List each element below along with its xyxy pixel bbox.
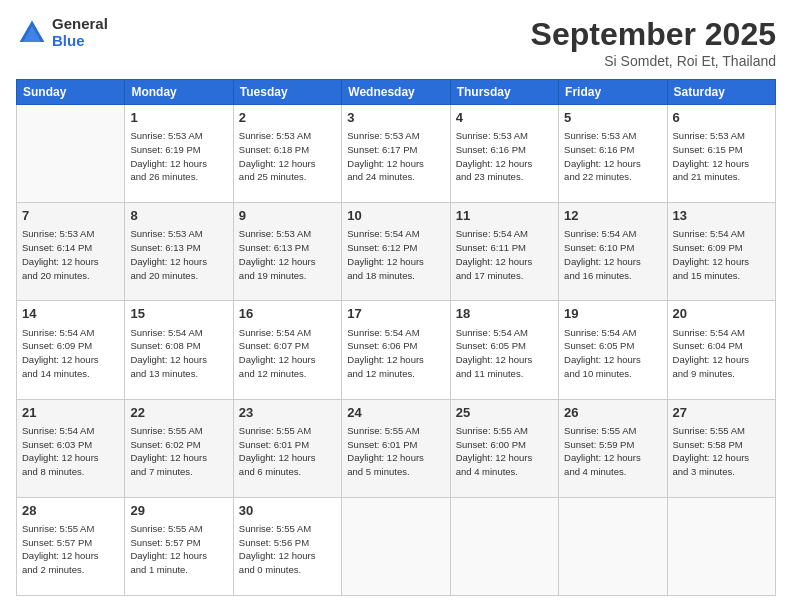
calendar-cell [342, 497, 450, 595]
logo-blue: Blue [52, 33, 108, 50]
day-number: 25 [456, 404, 553, 422]
day-info: Sunrise: 5:54 AM Sunset: 6:11 PM Dayligh… [456, 227, 553, 282]
logo: General Blue [16, 16, 108, 49]
calendar-cell: 4Sunrise: 5:53 AM Sunset: 6:16 PM Daylig… [450, 105, 558, 203]
day-number: 4 [456, 109, 553, 127]
day-number: 22 [130, 404, 227, 422]
day-info: Sunrise: 5:54 AM Sunset: 6:05 PM Dayligh… [456, 326, 553, 381]
calendar-cell: 3Sunrise: 5:53 AM Sunset: 6:17 PM Daylig… [342, 105, 450, 203]
col-header-saturday: Saturday [667, 80, 775, 105]
day-info: Sunrise: 5:53 AM Sunset: 6:19 PM Dayligh… [130, 129, 227, 184]
calendar-cell: 22Sunrise: 5:55 AM Sunset: 6:02 PM Dayli… [125, 399, 233, 497]
day-number: 29 [130, 502, 227, 520]
logo-icon [16, 17, 48, 49]
calendar-cell: 27Sunrise: 5:55 AM Sunset: 5:58 PM Dayli… [667, 399, 775, 497]
day-info: Sunrise: 5:54 AM Sunset: 6:06 PM Dayligh… [347, 326, 444, 381]
col-header-monday: Monday [125, 80, 233, 105]
day-info: Sunrise: 5:53 AM Sunset: 6:15 PM Dayligh… [673, 129, 770, 184]
day-info: Sunrise: 5:53 AM Sunset: 6:13 PM Dayligh… [130, 227, 227, 282]
day-number: 17 [347, 305, 444, 323]
day-number: 9 [239, 207, 336, 225]
calendar-cell: 28Sunrise: 5:55 AM Sunset: 5:57 PM Dayli… [17, 497, 125, 595]
calendar-cell [667, 497, 775, 595]
calendar-cell [559, 497, 667, 595]
calendar-cell: 11Sunrise: 5:54 AM Sunset: 6:11 PM Dayli… [450, 203, 558, 301]
day-info: Sunrise: 5:54 AM Sunset: 6:10 PM Dayligh… [564, 227, 661, 282]
day-number: 1 [130, 109, 227, 127]
day-info: Sunrise: 5:55 AM Sunset: 5:58 PM Dayligh… [673, 424, 770, 479]
day-number: 21 [22, 404, 119, 422]
calendar-cell: 18Sunrise: 5:54 AM Sunset: 6:05 PM Dayli… [450, 301, 558, 399]
day-number: 16 [239, 305, 336, 323]
col-header-wednesday: Wednesday [342, 80, 450, 105]
day-info: Sunrise: 5:53 AM Sunset: 6:17 PM Dayligh… [347, 129, 444, 184]
calendar-cell: 29Sunrise: 5:55 AM Sunset: 5:57 PM Dayli… [125, 497, 233, 595]
calendar-week-row: 28Sunrise: 5:55 AM Sunset: 5:57 PM Dayli… [17, 497, 776, 595]
day-info: Sunrise: 5:54 AM Sunset: 6:05 PM Dayligh… [564, 326, 661, 381]
calendar-cell: 16Sunrise: 5:54 AM Sunset: 6:07 PM Dayli… [233, 301, 341, 399]
calendar-week-row: 1Sunrise: 5:53 AM Sunset: 6:19 PM Daylig… [17, 105, 776, 203]
day-number: 10 [347, 207, 444, 225]
calendar-cell: 14Sunrise: 5:54 AM Sunset: 6:09 PM Dayli… [17, 301, 125, 399]
day-number: 13 [673, 207, 770, 225]
day-info: Sunrise: 5:53 AM Sunset: 6:13 PM Dayligh… [239, 227, 336, 282]
calendar-table: SundayMondayTuesdayWednesdayThursdayFrid… [16, 79, 776, 596]
col-header-tuesday: Tuesday [233, 80, 341, 105]
calendar-cell: 23Sunrise: 5:55 AM Sunset: 6:01 PM Dayli… [233, 399, 341, 497]
day-number: 6 [673, 109, 770, 127]
day-info: Sunrise: 5:55 AM Sunset: 5:57 PM Dayligh… [22, 522, 119, 577]
calendar-header-row: SundayMondayTuesdayWednesdayThursdayFrid… [17, 80, 776, 105]
day-number: 23 [239, 404, 336, 422]
day-info: Sunrise: 5:54 AM Sunset: 6:07 PM Dayligh… [239, 326, 336, 381]
calendar-cell: 2Sunrise: 5:53 AM Sunset: 6:18 PM Daylig… [233, 105, 341, 203]
calendar-cell: 25Sunrise: 5:55 AM Sunset: 6:00 PM Dayli… [450, 399, 558, 497]
day-number: 11 [456, 207, 553, 225]
day-number: 28 [22, 502, 119, 520]
day-number: 24 [347, 404, 444, 422]
calendar-cell: 13Sunrise: 5:54 AM Sunset: 6:09 PM Dayli… [667, 203, 775, 301]
day-info: Sunrise: 5:54 AM Sunset: 6:03 PM Dayligh… [22, 424, 119, 479]
calendar-body: 1Sunrise: 5:53 AM Sunset: 6:19 PM Daylig… [17, 105, 776, 596]
day-info: Sunrise: 5:53 AM Sunset: 6:18 PM Dayligh… [239, 129, 336, 184]
logo-general: General [52, 16, 108, 33]
calendar-cell: 21Sunrise: 5:54 AM Sunset: 6:03 PM Dayli… [17, 399, 125, 497]
day-info: Sunrise: 5:53 AM Sunset: 6:16 PM Dayligh… [564, 129, 661, 184]
calendar-cell: 12Sunrise: 5:54 AM Sunset: 6:10 PM Dayli… [559, 203, 667, 301]
day-number: 27 [673, 404, 770, 422]
day-info: Sunrise: 5:54 AM Sunset: 6:04 PM Dayligh… [673, 326, 770, 381]
day-number: 3 [347, 109, 444, 127]
day-info: Sunrise: 5:55 AM Sunset: 5:59 PM Dayligh… [564, 424, 661, 479]
month-title: September 2025 [531, 16, 776, 53]
calendar-cell: 17Sunrise: 5:54 AM Sunset: 6:06 PM Dayli… [342, 301, 450, 399]
day-info: Sunrise: 5:54 AM Sunset: 6:08 PM Dayligh… [130, 326, 227, 381]
calendar-week-row: 21Sunrise: 5:54 AM Sunset: 6:03 PM Dayli… [17, 399, 776, 497]
calendar-cell: 7Sunrise: 5:53 AM Sunset: 6:14 PM Daylig… [17, 203, 125, 301]
day-number: 8 [130, 207, 227, 225]
col-header-friday: Friday [559, 80, 667, 105]
day-info: Sunrise: 5:55 AM Sunset: 6:01 PM Dayligh… [239, 424, 336, 479]
logo-text: General Blue [52, 16, 108, 49]
page: General Blue September 2025 Si Somdet, R… [0, 0, 792, 612]
calendar-cell: 26Sunrise: 5:55 AM Sunset: 5:59 PM Dayli… [559, 399, 667, 497]
col-header-sunday: Sunday [17, 80, 125, 105]
day-info: Sunrise: 5:53 AM Sunset: 6:16 PM Dayligh… [456, 129, 553, 184]
day-info: Sunrise: 5:55 AM Sunset: 6:02 PM Dayligh… [130, 424, 227, 479]
day-info: Sunrise: 5:55 AM Sunset: 5:57 PM Dayligh… [130, 522, 227, 577]
day-info: Sunrise: 5:55 AM Sunset: 5:56 PM Dayligh… [239, 522, 336, 577]
col-header-thursday: Thursday [450, 80, 558, 105]
calendar-cell: 19Sunrise: 5:54 AM Sunset: 6:05 PM Dayli… [559, 301, 667, 399]
header: General Blue September 2025 Si Somdet, R… [16, 16, 776, 69]
day-info: Sunrise: 5:55 AM Sunset: 6:00 PM Dayligh… [456, 424, 553, 479]
day-number: 18 [456, 305, 553, 323]
day-info: Sunrise: 5:53 AM Sunset: 6:14 PM Dayligh… [22, 227, 119, 282]
day-number: 19 [564, 305, 661, 323]
calendar-cell: 8Sunrise: 5:53 AM Sunset: 6:13 PM Daylig… [125, 203, 233, 301]
calendar-cell [450, 497, 558, 595]
day-number: 20 [673, 305, 770, 323]
day-number: 26 [564, 404, 661, 422]
day-info: Sunrise: 5:54 AM Sunset: 6:12 PM Dayligh… [347, 227, 444, 282]
day-number: 15 [130, 305, 227, 323]
title-area: September 2025 Si Somdet, Roi Et, Thaila… [531, 16, 776, 69]
day-info: Sunrise: 5:55 AM Sunset: 6:01 PM Dayligh… [347, 424, 444, 479]
day-info: Sunrise: 5:54 AM Sunset: 6:09 PM Dayligh… [22, 326, 119, 381]
